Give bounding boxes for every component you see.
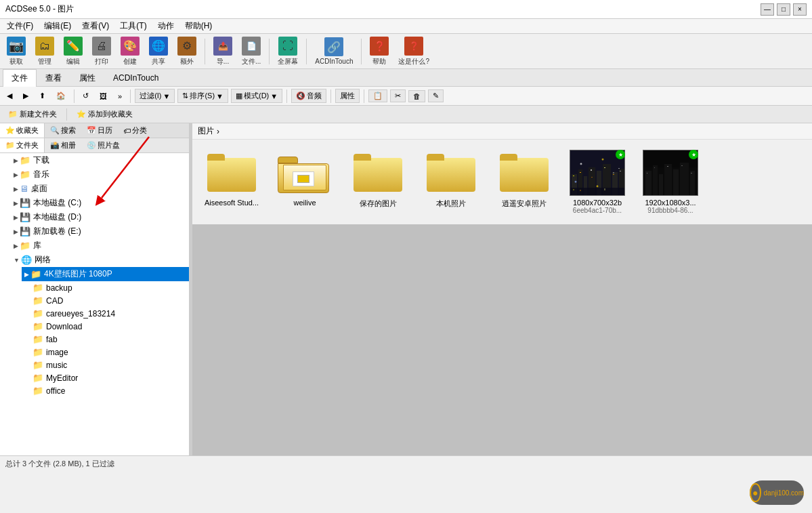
toolbar-get[interactable]: 📷 获取 [4, 35, 28, 68]
toolbar-acdintouch[interactable]: 🔗 ACDInTouch [312, 36, 356, 66]
tree-item-image[interactable]: 📁 image [22, 346, 189, 358]
folder-icon: 📁 [33, 360, 43, 370]
cut-btn[interactable]: ✂ [390, 89, 406, 102]
audio-btn[interactable]: 🔇 音频 [291, 89, 326, 103]
file-item[interactable]: 保存的图片 [344, 145, 412, 219]
minimize-button[interactable]: — [761, 3, 774, 16]
toolbar-edit[interactable]: ✏️ 编辑 [61, 35, 85, 68]
item-label: 下载 [33, 155, 49, 166]
folder-thumbnail [350, 150, 406, 196]
menu-edit[interactable]: 编辑(E) [40, 20, 75, 33]
file-item[interactable]: 1080x700x32b 6eeb4ac1-70b... [563, 145, 631, 219]
tree-item-drive-e[interactable]: ▶ 💾 新加载卷 (E:) [11, 224, 189, 239]
acdintouch-icon: 🔗 [324, 37, 343, 56]
svg-rect-18 [573, 189, 574, 190]
album-label: 相册 [61, 140, 76, 150]
toolbar-export[interactable]: 📤 导... [211, 35, 235, 68]
file-res: 1920x1080x3... [645, 199, 696, 207]
new-folder-btn[interactable]: 📁 新建文件夹 [4, 108, 61, 120]
audio-label: 音频 [307, 91, 322, 101]
svg-rect-34 [691, 173, 692, 173]
toolbar-help[interactable]: ❓ 帮助 [367, 35, 391, 68]
toolbar-create[interactable]: 🎨 创建 [118, 35, 142, 68]
status-text: 总计 3 个文件 (2.8 MB), 1 已过滤 [5, 459, 114, 469]
tree-item-backup[interactable]: 📁 backup [22, 281, 189, 294]
menu-tools[interactable]: 工具(T) [116, 20, 150, 33]
folder-back-btn[interactable]: ◀ [3, 90, 16, 102]
mode-arrow-icon: ▼ [270, 92, 278, 100]
tree-item-myeditor[interactable]: 📁 MyEditor [22, 371, 189, 384]
sidebar-tab-classify[interactable]: 🏷 分类 [118, 123, 152, 138]
add-favorites-label: 添加到收藏夹 [88, 109, 133, 119]
tree-item-careueyes[interactable]: 📁 careueyes_183214 [22, 307, 189, 320]
file-item[interactable]: 逍遥安卓照片 [490, 145, 558, 219]
tree-item-desktop[interactable]: ▶ 🖥 桌面 [11, 182, 189, 196]
share-icon: 🌐 [149, 37, 168, 56]
sidebar-tab-album[interactable]: 📸 相册 [45, 138, 81, 152]
svg-rect-9 [612, 172, 618, 196]
sidebar-tab-files[interactable]: 📁 文件夹 [0, 138, 45, 152]
toolbar-extra[interactable]: ⚙ 额外 [175, 35, 199, 68]
file-item[interactable]: 1920x1080x3... 91dbbbb4-86... [637, 145, 704, 219]
rotate-left-btn[interactable]: ↺ [79, 90, 93, 102]
tab-properties[interactable]: 属性 [70, 69, 104, 87]
svg-rect-26 [664, 164, 672, 196]
rename-btn[interactable]: ✎ [428, 89, 444, 102]
sidebar-tab-calendar[interactable]: 📅 日历 [81, 123, 118, 138]
tree-item-4k-wallpaper[interactable]: ▶ 📁 4K壁纸图片 1080P [22, 267, 189, 281]
image-btn[interactable]: 🖼 [95, 91, 111, 102]
filter-btn[interactable]: 过滤(I) ▼ [135, 89, 175, 103]
tree-item-cad[interactable]: 📁 CAD [22, 294, 189, 307]
sort-arrow-icon: ▼ [216, 92, 223, 100]
tab-acdintouch[interactable]: ACDInTouch [104, 70, 167, 85]
tree-item-download[interactable]: ▶ 📁 下载 [11, 153, 189, 167]
folder-up-btn[interactable]: ⬆ [35, 90, 49, 102]
copy-btn[interactable]: 📋 [368, 89, 387, 102]
more-btn[interactable]: » [114, 91, 126, 102]
sub-sep-4 [330, 89, 331, 103]
tree-item-fab[interactable]: 📁 fab [22, 333, 189, 346]
expand-icon: ▶ [14, 200, 18, 207]
toolbar-manage[interactable]: 🗂 管理 [33, 35, 57, 68]
svg-rect-30 [647, 173, 647, 173]
toolbar-share[interactable]: 🌐 共享 [146, 35, 171, 68]
tab-view[interactable]: 查看 [37, 69, 70, 87]
props-btn[interactable]: 属性 [335, 89, 360, 103]
new-folder-icon: 📁 [8, 110, 18, 119]
toolbar-fullscreen[interactable]: ⛶ 全屏幕 [275, 35, 301, 68]
menu-view[interactable]: 查看(V) [78, 20, 113, 33]
maximize-button[interactable]: □ [777, 3, 790, 16]
folder-forward-btn[interactable]: ▶ [19, 90, 33, 102]
folder-home-btn[interactable]: 🏠 [52, 90, 70, 102]
menu-file[interactable]: 文件(F) [3, 20, 37, 33]
empty-area [192, 224, 812, 455]
item-label: 桌面 [31, 183, 47, 194]
toolbar-whats-this[interactable]: ❓ 这是什么? [396, 35, 432, 68]
delete-btn[interactable]: 🗑 [408, 90, 425, 102]
file-item[interactable]: 本机照片 [417, 145, 485, 219]
classify-label: 分类 [132, 125, 147, 136]
tree-item-network[interactable]: ▼ 🌐 网络 [11, 253, 189, 267]
tree-item-drive-c[interactable]: ▶ 💾 本地磁盘 (C:) [11, 196, 189, 210]
file-item[interactable]: weilive [271, 145, 339, 219]
close-button[interactable]: × [793, 3, 807, 16]
tab-file[interactable]: 文件 [3, 69, 37, 87]
sort-btn[interactable]: ⇅ 排序(S) ▼ [177, 89, 228, 103]
tree-item-office[interactable]: 📁 office [22, 384, 189, 397]
menu-help[interactable]: 帮助(H) [181, 20, 217, 33]
sidebar-tab-folder[interactable]: 🔍 搜索 [45, 123, 81, 138]
file-item[interactable]: Aiseesoft Stud... [198, 145, 265, 219]
add-to-favorites-btn[interactable]: ⭐ 添加到收藏夹 [72, 108, 137, 120]
tree-item-music[interactable]: ▶ 📁 音乐 [11, 167, 189, 182]
tree-item-music-net[interactable]: 📁 music [22, 358, 189, 371]
toolbar-files[interactable]: 📄 文件... [239, 35, 263, 68]
mode-btn[interactable]: ▦ 模式(D) ▼ [231, 89, 282, 103]
tree-item-download-net[interactable]: 📁 Download [22, 320, 189, 333]
tree-item-lib[interactable]: ▶ 📁 库 [11, 239, 189, 253]
sidebar-tab-favorites[interactable]: ⭐ 收藏夹 [0, 123, 45, 138]
toolbar-print[interactable]: 🖨 打印 [89, 35, 114, 68]
folder-thumbnail [496, 150, 552, 196]
tree-item-drive-d[interactable]: ▶ 💾 本地磁盘 (D:) [11, 210, 189, 224]
sidebar-tab-photodisc[interactable]: 💿 照片盘 [81, 138, 125, 152]
menu-action[interactable]: 动作 [154, 20, 178, 33]
